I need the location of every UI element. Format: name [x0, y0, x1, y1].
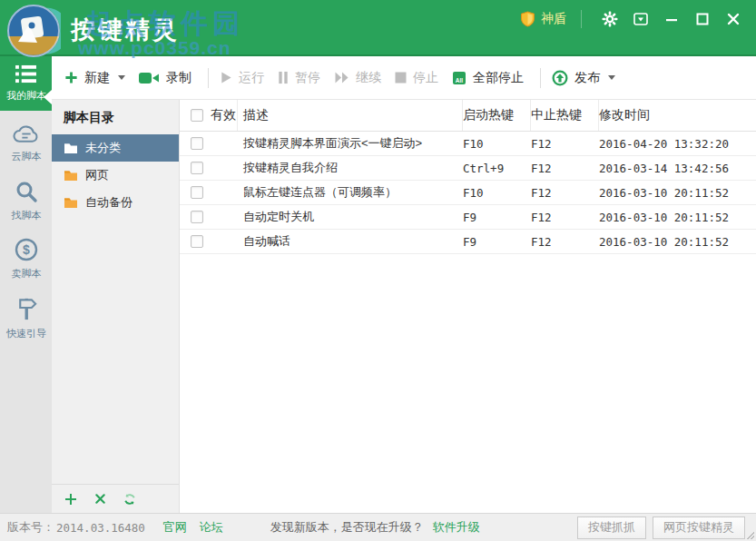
sidebar-label: 卖脚本 — [11, 267, 41, 281]
script-description: 按键精灵脚本界面演示<一键启动> — [238, 135, 463, 152]
titlebar-separator — [581, 10, 582, 28]
table-row[interactable]: 按键精灵自我介绍 Ctrl+9 F12 2016-03-14 13:42:56 — [180, 156, 756, 181]
signpost-icon — [14, 295, 39, 321]
stop-hotkey: F12 — [531, 186, 599, 200]
record-button[interactable]: 录制 — [139, 70, 191, 86]
stop-hotkey: F12 — [531, 162, 599, 175]
stop-hotkey: F12 — [531, 211, 599, 224]
app-title: 按键精灵 — [71, 14, 180, 46]
statusbar: 版本号： 2014.03.16480 官网 论坛 发现新版本，是否现在升级？ 软… — [0, 513, 756, 541]
panel-menu-button[interactable] — [625, 5, 656, 33]
resize-grip[interactable] — [747, 532, 754, 539]
gear-icon — [602, 11, 618, 27]
settings-button[interactable] — [594, 5, 625, 33]
table-row[interactable]: 自动定时关机 F9 F12 2016-03-10 20:11:52 — [180, 205, 756, 230]
close-button[interactable] — [718, 5, 749, 33]
pause-button[interactable]: 暂停 — [278, 70, 320, 86]
script-description: 鼠标左键连点器（可调频率） — [238, 184, 463, 201]
refresh-icon — [123, 493, 136, 506]
add-folder-button[interactable] — [64, 493, 77, 506]
run-button[interactable]: 运行 — [220, 70, 264, 86]
table-row[interactable]: 自动喊话 F9 F12 2016-03-10 20:11:52 — [180, 230, 756, 254]
sidebar-item-my-scripts[interactable]: 我的脚本 — [0, 56, 52, 111]
directory-actions — [52, 484, 179, 513]
start-hotkey: F9 — [463, 235, 531, 249]
forum-link[interactable]: 论坛 — [200, 519, 223, 536]
button-label: 录制 — [166, 70, 191, 86]
shield-label: 神盾 — [541, 11, 566, 27]
folder-icon — [64, 143, 78, 154]
update-notice: 发现新版本，是否现在升级？ — [270, 519, 424, 536]
column-header-start-hotkey: 启动热键 — [463, 100, 531, 131]
folder-label: 网页 — [85, 167, 109, 183]
minimize-button[interactable] — [656, 5, 687, 33]
pause-icon — [278, 71, 289, 84]
button-label: 暂停 — [295, 70, 320, 86]
official-site-link[interactable]: 官网 — [163, 519, 187, 536]
stop-hotkey: F12 — [531, 235, 599, 249]
start-hotkey: F10 — [463, 137, 531, 151]
script-description: 自动喊话 — [238, 233, 463, 250]
minimize-icon — [665, 13, 678, 25]
sidebar-item-cloud-scripts[interactable]: 云脚本 — [0, 114, 52, 172]
row-checkbox[interactable] — [191, 235, 203, 248]
modified-time: 2016-03-10 20:11:52 — [599, 211, 756, 224]
publish-icon — [552, 70, 568, 86]
new-button[interactable]: 新建 — [64, 70, 125, 86]
button-label: 新建 — [84, 70, 110, 86]
table-row[interactable]: 按键精灵脚本界面演示<一键启动> F10 F12 2016-04-20 13:3… — [180, 132, 756, 156]
continue-button[interactable]: 继续 — [334, 70, 381, 86]
table-row[interactable]: 鼠标左键连点器（可调频率） F10 F12 2016-03-10 20:11:5… — [180, 181, 756, 205]
toolbar-separator — [540, 68, 541, 88]
svg-text:$: $ — [23, 242, 30, 257]
button-label: 全部停止 — [473, 70, 524, 86]
add-icon — [64, 493, 77, 506]
folder-item-uncategorized[interactable]: 未分类 — [52, 134, 179, 162]
button-label: 停止 — [413, 70, 438, 86]
sidebar-label: 我的脚本 — [5, 88, 45, 103]
sidebar-item-sell-scripts[interactable]: $ 卖脚本 — [0, 231, 52, 289]
button-label: 发布 — [574, 70, 600, 86]
folder-item-web[interactable]: 网页 — [52, 162, 179, 189]
stop-all-button[interactable]: All 全部停止 — [452, 70, 524, 86]
fast-forward-icon — [334, 71, 349, 84]
folder-icon — [64, 170, 78, 182]
column-header-description: 描述 — [238, 100, 463, 131]
key-spy-button[interactable]: 按键抓抓 — [577, 516, 646, 539]
row-checkbox[interactable] — [191, 162, 203, 174]
sidebar-item-quick-guide[interactable]: 快速引导 — [0, 289, 52, 347]
modified-time: 2016-03-14 13:42:56 — [599, 162, 756, 175]
play-icon — [220, 71, 232, 84]
start-hotkey: Ctrl+9 — [463, 162, 531, 175]
caret-down-icon — [608, 75, 615, 80]
version-label: 版本号： — [7, 519, 54, 536]
folder-label: 自动备份 — [85, 194, 133, 211]
row-checkbox[interactable] — [191, 137, 203, 150]
sidebar-label: 快速引导 — [5, 326, 45, 340]
modified-time: 2016-03-10 20:11:52 — [599, 186, 756, 200]
toolbar: 新建 录制 运行 暂停 继续 — [52, 56, 756, 100]
caret-down-icon — [118, 75, 125, 80]
row-checkbox[interactable] — [191, 211, 203, 223]
column-header-valid: 有效 — [211, 107, 236, 123]
sidebar-label: 找脚本 — [11, 209, 41, 223]
maximize-button[interactable] — [687, 5, 718, 33]
web-anjian-button[interactable]: 网页按键精灵 — [653, 516, 745, 539]
folder-item-auto-backup[interactable]: 自动备份 — [52, 189, 179, 216]
dollar-icon: $ — [15, 238, 38, 261]
button-label: 继续 — [356, 70, 381, 86]
cloud-icon — [12, 123, 40, 144]
refresh-button[interactable] — [123, 493, 136, 506]
delete-folder-button[interactable] — [94, 493, 106, 505]
svg-text:All: All — [456, 77, 464, 84]
maximize-icon — [696, 13, 709, 25]
stop-button[interactable]: 停止 — [395, 70, 438, 86]
titlebar: 起点软件园 按键精灵 www.pc0359.cn 神盾 — [0, 0, 756, 56]
row-checkbox[interactable] — [191, 186, 203, 199]
publish-button[interactable]: 发布 — [552, 70, 615, 86]
shield-badge[interactable]: 神盾 — [520, 11, 566, 27]
active-notch — [44, 90, 52, 104]
select-all-checkbox[interactable] — [191, 109, 203, 122]
sidebar-item-find-scripts[interactable]: 找脚本 — [0, 172, 52, 231]
software-upgrade-link[interactable]: 软件升级 — [433, 519, 480, 536]
